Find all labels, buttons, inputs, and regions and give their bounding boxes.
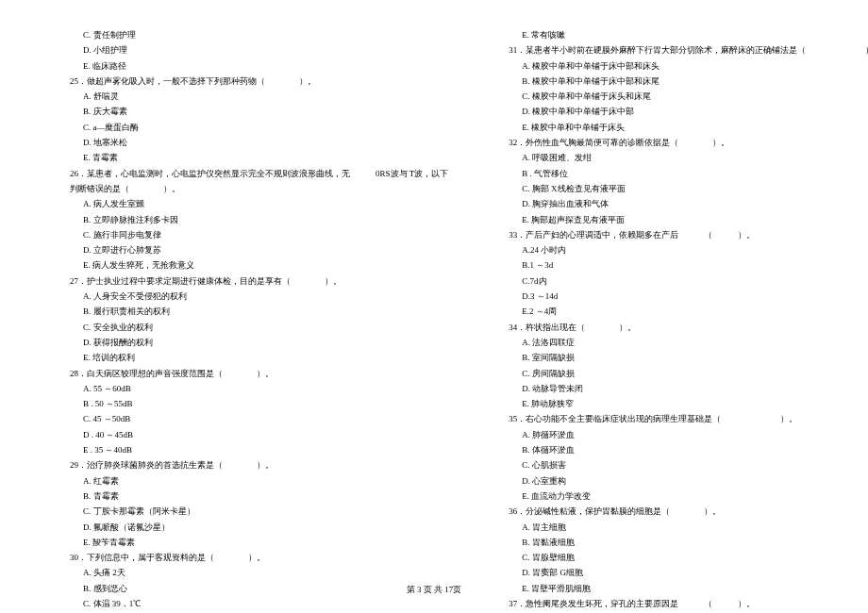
option: C. 房间隔缺损 [495,367,868,381]
option: A. 红霉素 [57,474,448,489]
option: E. 胸部超声探查见有液平面 [495,213,868,227]
option: E. 羧苄青霉素 [57,536,448,550]
option: D. 胸穿抽出血液和气体 [495,197,868,211]
option: B. 青霉素 [57,489,448,504]
question-stem: 28．白天病区较理想的声音强度范围是（ ）。 [57,367,448,381]
option: A. 橡胶中单和中单铺于床中部和床头 [495,59,868,74]
option: A. 肺循环淤血 [495,428,868,442]
option: A. 头痛 2天 [57,566,448,580]
option: D. 获得报酬的权利 [57,336,448,350]
option: A. 舒喘灵 [57,90,448,104]
option: E.2 ～4周 [495,305,868,319]
option: B. 室间隔缺损 [495,351,868,365]
option: D. 立即进行心肺复苏 [57,243,448,257]
option: C. 责任制护理 [57,28,448,42]
option: B . 气管移位 [495,167,868,181]
option: C. 橡胶中单和中单铺于床头和床尾 [495,90,868,104]
option: A. 55 ～60dB [57,382,448,396]
question-stem: 25．做超声雾化吸入时，一般不选择下列那种药物（ ）。 [57,75,448,89]
option: A. 法洛四联症 [495,336,868,350]
option: D. 动脉导管未闭 [495,382,868,396]
option: D. 地塞米松 [57,136,448,150]
option: C. 丁胺卡那霉素（阿米卡星） [57,505,448,519]
option: B. 橡胶中单和中单铺于床中部和床尾 [495,75,868,89]
option: E. 临床路径 [57,59,448,74]
question-stem: 33．产后产妇的心理调适中，依赖期多在产后 （ ）。 [495,228,868,242]
option: A. 人身安全不受侵犯的权利 [57,290,448,304]
option: C. 胸部 X线检查见有液平面 [495,182,868,196]
option: A. 胃主细胞 [495,521,868,535]
option: C. 45 ～50dB [57,412,448,426]
option: D. 心室重构 [495,474,868,489]
option: E. 常有咳嗽 [495,28,868,42]
question-stem: 30．下列信息中，属于客观资料的是（ ）。 [57,551,448,565]
option: A. 病人发生室颤 [57,197,448,211]
question-stem: 26．某患者，心电监测时，心电监护仪突然显示完全不规则波浪形曲线，无 0RS波与… [57,167,448,181]
option: A. 呼吸困难、发绀 [495,151,868,165]
option: C. 心肌损害 [495,458,868,472]
page-footer: 第 3 页 共 17页 [0,584,868,596]
option: B.1 ～3d [495,258,868,273]
option: D . 40 ～45dB [57,428,448,442]
option: D. 氟哌酸（诺氟沙星） [57,521,448,535]
option: D. 小组护理 [57,43,448,58]
question-stem: 29．治疗肺炎球菌肺炎的首选抗生素是（ ）。 [57,458,448,472]
option: D. 橡胶中单和中单铺于床中部 [495,105,868,119]
option: A.24 小时内 [495,243,868,257]
question-stem: 37．急性阑尾炎发生坏死，穿孔的主要原因是 （ ）。 [495,597,868,611]
option: C. 施行非同步电复律 [57,228,448,242]
option: E. 橡胶中单和中单铺于床头 [495,121,868,135]
question-stem: 31．某患者半小时前在硬膜外麻醉下行胃大部分切除术，麻醉床的正确铺法是（ ）。 [495,43,868,58]
question-stem: 34．杵状指出现在（ ）。 [495,321,868,335]
option: B. 庆大霉素 [57,105,448,119]
option: E. 血流动力学改变 [495,489,868,504]
option: C. 体温 39．1℃ [57,597,448,611]
option: E. 病人发生猝死，无抢救意义 [57,258,448,273]
option: E . 35 ～40dB [57,443,448,457]
option: C. a—糜蛋白酶 [57,121,448,135]
option: B. 体循环淤血 [495,443,868,457]
option: E. 培训的权利 [57,351,448,365]
option: C. 安全执业的权利 [57,321,448,335]
option: B. 胃黏液细胞 [495,536,868,550]
question-stem: 判断错误的是（ ）。 [57,182,448,196]
option: B. 履行职责相关的权利 [57,305,448,319]
option: B. 立即静脉推注利多卡因 [57,213,448,227]
right-column: E. 常有咳嗽 31．某患者半小时前在硬膜外麻醉下行胃大部分切除术，麻醉床的正确… [495,28,868,613]
option: C. 胃腺壁细胞 [495,551,868,565]
left-column: C. 责任制护理 D. 小组护理 E. 临床路径 25．做超声雾化吸入时，一般不… [57,28,448,613]
option: E. 肺动脉狭窄 [495,397,868,411]
option: D.3 ～14d [495,290,868,304]
question-stem: 36．分泌碱性粘液，保护胃黏膜的细胞是（ ）。 [495,505,868,519]
option: D. 胃窦部 G细胞 [495,566,868,580]
option: C.7d内 [495,274,868,289]
question-stem: 32．外伤性血气胸最简便可靠的诊断依据是（ ）。 [495,136,868,150]
option: E. 青霉素 [57,151,448,165]
question-stem: 27．护士执业过程中要求定期进行健康体检，目的是享有（ ）。 [57,274,448,289]
option: B . 50 ～55dB [57,397,448,411]
question-stem: 35．右心功能不全主要临床症状出现的病理生理基础是（ ）。 [495,412,868,426]
